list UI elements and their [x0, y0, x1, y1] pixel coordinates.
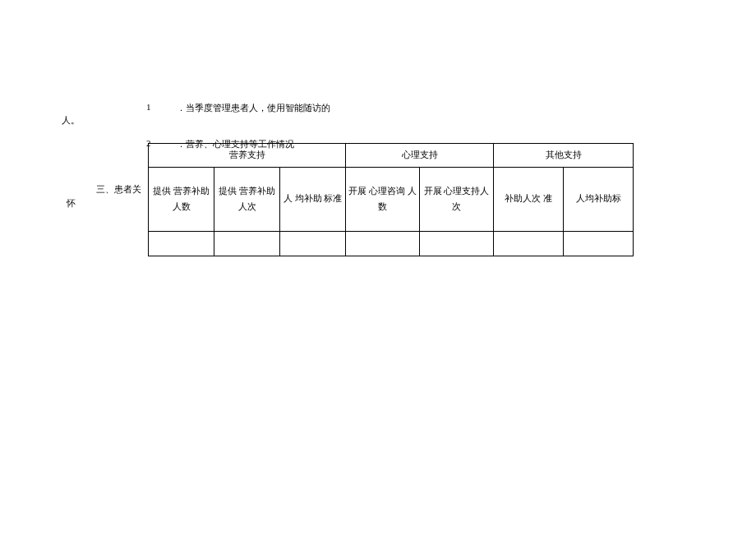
- col-other-avg: 人均补助标: [564, 167, 634, 231]
- cell: [346, 231, 420, 256]
- section-heading-line2: 怀: [67, 197, 76, 210]
- table-row: [149, 231, 634, 256]
- item1-text: ．当季度管理患者人，使用智能随访的: [177, 102, 330, 114]
- table-column-header-row: 提供 营养补助 人数 提供 营养补助 人次 人 均补助 标准 开展 心理咨询 人…: [149, 167, 634, 231]
- cell: [494, 231, 564, 256]
- cell: [214, 231, 280, 256]
- group-nutrition: 营养支持: [149, 144, 346, 168]
- section-heading-line1: 三、患者关: [96, 183, 141, 196]
- item1-number: 1: [146, 102, 151, 112]
- col-nutrition-people: 提供 营养补助 人数: [149, 167, 214, 231]
- cell: [420, 231, 494, 256]
- cell: [564, 231, 634, 256]
- support-table: 营养支持 心理支持 其他支持 提供 营养补助 人数 提供 营养补助 人次 人 均…: [148, 143, 634, 256]
- col-psych-people: 开展 心理咨询 人数: [346, 167, 420, 231]
- table-group-header-row: 营养支持 心理支持 其他支持: [149, 144, 634, 168]
- col-psych-count: 开展 心理支持人 次: [420, 167, 494, 231]
- cell: [280, 231, 346, 256]
- group-other: 其他支持: [494, 144, 634, 168]
- group-psychology: 心理支持: [346, 144, 494, 168]
- col-nutrition-avg: 人 均补助 标准: [280, 167, 346, 231]
- col-other-count: 补助人次 准: [494, 167, 564, 231]
- col-nutrition-count: 提供 营养补助 人次: [214, 167, 280, 231]
- item1-continuation: 人。: [62, 114, 80, 127]
- cell: [149, 231, 214, 256]
